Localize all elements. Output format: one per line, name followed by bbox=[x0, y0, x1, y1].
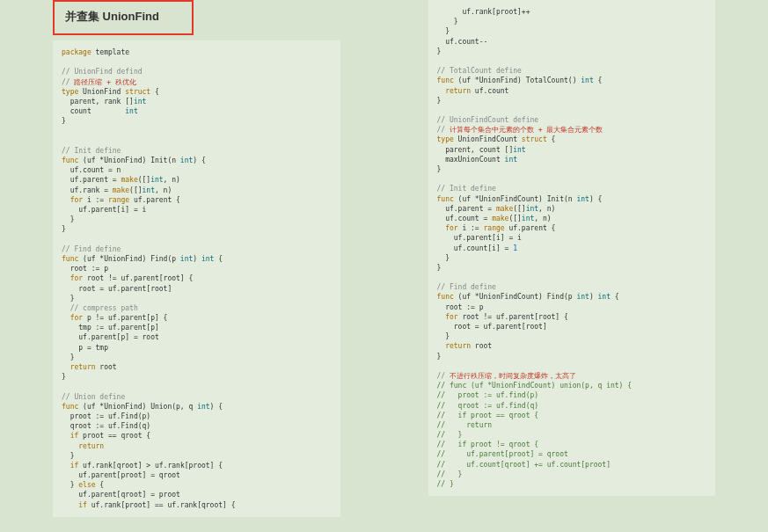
page-root: 并查集 UnionFind package template // UnionF… bbox=[0, 0, 768, 532]
page-title: 并查集 UnionFind bbox=[65, 9, 181, 25]
left-column: 并查集 UnionFind package template // UnionF… bbox=[53, 0, 340, 517]
code-block-left: package template // UnionFind defind // … bbox=[53, 40, 340, 517]
code-block-right: uf.rank[proot]++ } } uf.count-- } // Tot… bbox=[428, 0, 716, 496]
right-column: uf.rank[proot]++ } } uf.count-- } // Tot… bbox=[428, 0, 716, 517]
title-highlight-box: 并查集 UnionFind bbox=[53, 0, 194, 35]
